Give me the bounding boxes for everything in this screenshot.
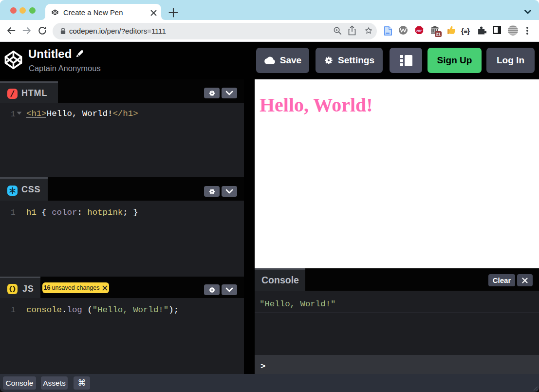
svg-text:ABP: ABP — [416, 29, 422, 32]
